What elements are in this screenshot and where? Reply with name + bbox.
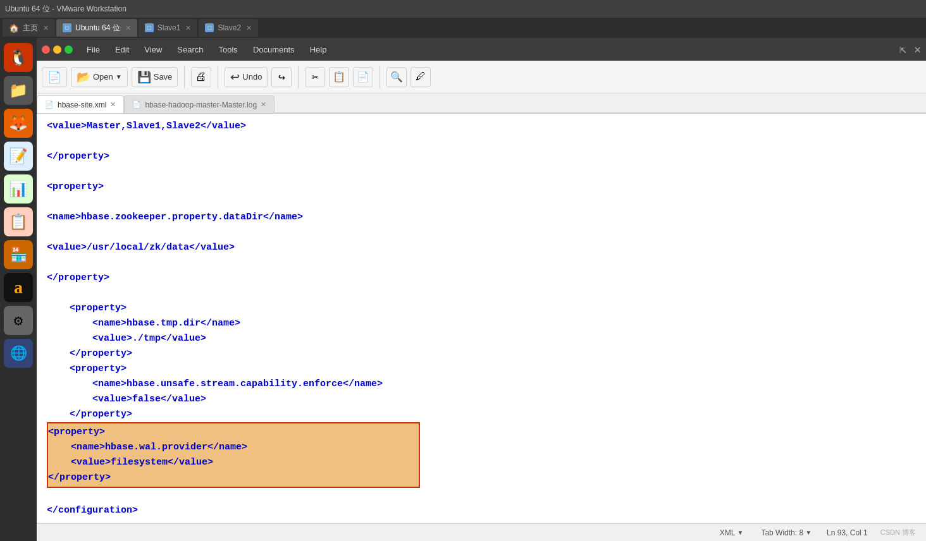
undo-button[interactable]: ↩ Undo	[225, 67, 268, 87]
save-icon: 💾	[137, 70, 151, 84]
vm-tab-ubuntu-close[interactable]: ✕	[125, 24, 131, 32]
code-line-hl-1: <property>	[48, 425, 419, 440]
code-line-11: </property>	[47, 271, 916, 286]
close-button[interactable]	[42, 46, 50, 54]
gedit-menubar: File Edit View Search Tools Documents He…	[37, 38, 926, 61]
search-button[interactable]: 🔍	[386, 67, 407, 87]
highlight-icon: 🖊	[416, 71, 426, 83]
code-line-14: <name>hbase.tmp.dir</name>	[47, 316, 916, 331]
close-icon[interactable]: ✕	[914, 42, 921, 56]
copy-icon: 📋	[333, 71, 345, 83]
tabwidth-label: Tab Width: 8	[761, 528, 803, 537]
position-indicator: Ln 93, Col 1	[827, 528, 868, 537]
file-tab-hbase-site-close[interactable]: ✕	[110, 100, 116, 109]
file-tab-hbase-site[interactable]: 📄 hbase-site.xml ✕	[37, 95, 124, 113]
csdn-watermark: CSDN 博客	[880, 528, 916, 537]
menu-edit[interactable]: Edit	[109, 42, 135, 57]
vm-tab-slave1-close[interactable]: ✕	[185, 24, 191, 32]
menu-file[interactable]: File	[80, 42, 106, 57]
toolbar-separator-1	[184, 66, 185, 88]
cut-button[interactable]: ✂	[305, 67, 325, 87]
sidebar-icon-firefox[interactable]: 🦊	[4, 109, 33, 138]
vm-tab-ubuntu-icon: □	[63, 23, 71, 32]
open-icon: 📂	[77, 70, 90, 84]
undo-label: Undo	[242, 72, 262, 82]
tabwidth-arrow: ▼	[805, 529, 812, 536]
vm-tabs-bar: 🏠 主页 ✕ □ Ubuntu 64 位 ✕ □ Slave1 ✕ □ Slav…	[0, 18, 926, 38]
sidebar-icon-amazon[interactable]: a	[4, 273, 33, 302]
code-line-9: <value>/usr/local/zk/data</value>	[47, 240, 916, 255]
save-label: Save	[154, 72, 173, 82]
vm-tab-slave2[interactable]: □ Slave2 ✕	[199, 19, 258, 37]
redo-button[interactable]: ↪	[271, 67, 292, 87]
save-button[interactable]: 💾 Save	[132, 67, 178, 87]
file-tab-hbase-site-icon: 📄	[45, 100, 54, 109]
sidebar: 🐧 📁 🦊 📝 📊 📋 🏪 a ⚙	[0, 38, 37, 541]
code-line-hl-4: </property>	[48, 470, 419, 485]
vm-tab-slave2-label: Slave2	[218, 23, 241, 32]
sidebar-icon-network[interactable]: 🌐	[4, 339, 33, 368]
code-line-19: <value>false</value>	[47, 392, 916, 407]
menu-documents[interactable]: Documents	[247, 42, 301, 57]
traffic-lights	[42, 46, 73, 54]
vm-tab-ubuntu-label: Ubuntu 64 位	[75, 23, 120, 33]
title-text: Ubuntu 64 位 - VMware Workstation	[5, 4, 127, 15]
vm-tab-home-close[interactable]: ✕	[43, 24, 49, 32]
code-line-hl-2: <name>hbase.wal.provider</name>	[48, 440, 419, 455]
cut-icon: ✂	[312, 70, 319, 84]
open-button[interactable]: 📂 Open ▼	[71, 67, 128, 87]
sidebar-icon-calc[interactable]: 📊	[4, 174, 33, 204]
language-selector[interactable]: XML ▼	[717, 527, 746, 539]
highlight-button[interactable]: 🖊	[411, 67, 431, 87]
toolbar-separator-4	[380, 66, 380, 88]
tabwidth-selector[interactable]: Tab Width: 8 ▼	[758, 527, 814, 539]
vm-tab-slave2-icon: □	[205, 23, 214, 32]
toolbar: 📄 📂 Open ▼ 💾 Save 🖨 ↩ Undo	[37, 61, 926, 94]
file-tab-hbase-site-label: hbase-site.xml	[58, 100, 106, 109]
language-label: XML	[720, 528, 736, 537]
vm-tab-home[interactable]: 🏠 主页 ✕	[3, 19, 55, 37]
menu-view[interactable]: View	[138, 42, 168, 57]
status-bar: XML ▼ Tab Width: 8 ▼ Ln 93, Col 1 CSDN 博…	[37, 523, 926, 541]
menu-help[interactable]: Help	[304, 42, 333, 57]
sidebar-icon-ubuntu[interactable]: 🐧	[4, 43, 33, 72]
redo-icon: ↪	[278, 70, 285, 84]
csdn-text: CSDN 博客	[880, 528, 916, 537]
code-line-1: <value>Master,Slave1,Slave2</value>	[47, 119, 916, 134]
file-tab-hbase-log-icon: 📄	[132, 100, 141, 109]
code-editor[interactable]: <value>Master,Slave1,Slave2</value> </pr…	[37, 114, 926, 523]
resize-icon[interactable]: ⇱	[899, 42, 906, 56]
menu-tools[interactable]: Tools	[213, 42, 244, 57]
file-tab-hbase-log-close[interactable]: ✕	[261, 100, 266, 109]
sidebar-icon-writer[interactable]: 📝	[4, 142, 33, 171]
gedit-area: File Edit View Search Tools Documents He…	[37, 38, 926, 541]
toolbar-separator-3	[298, 66, 299, 88]
file-tab-hbase-log-label: hbase-hadoop-master-Master.log	[145, 100, 257, 109]
copy-button[interactable]: 📋	[329, 67, 349, 87]
new-icon: 📄	[47, 70, 61, 84]
paste-button[interactable]: 📄	[353, 67, 373, 87]
file-tab-hbase-log[interactable]: 📄 hbase-hadoop-master-Master.log ✕	[124, 95, 275, 113]
vm-tab-ubuntu[interactable]: □ Ubuntu 64 位 ✕	[56, 19, 137, 37]
code-line-20: </property>	[47, 407, 916, 422]
sidebar-icon-settings[interactable]: ⚙	[4, 306, 33, 335]
code-line-empty-last	[47, 488, 916, 503]
menu-search[interactable]: Search	[171, 42, 209, 57]
minimize-button[interactable]	[53, 46, 61, 54]
vm-tab-slave1-label: Slave1	[157, 23, 181, 32]
vm-tab-slave2-close[interactable]: ✕	[246, 24, 252, 32]
sidebar-icon-store[interactable]: 🏪	[4, 240, 33, 269]
maximize-button[interactable]	[65, 46, 73, 54]
sidebar-icon-impress[interactable]: 📋	[4, 207, 33, 236]
code-line-2	[47, 134, 916, 149]
code-line-16: </property>	[47, 346, 916, 362]
vm-tab-slave1[interactable]: □ Slave1 ✕	[139, 19, 198, 37]
new-button[interactable]: 📄	[42, 67, 67, 87]
print-button[interactable]: 🖨	[191, 67, 211, 87]
position-label: Ln 93, Col 1	[827, 528, 868, 537]
sidebar-icon-files[interactable]: 📁	[4, 76, 33, 105]
title-bar: Ubuntu 64 位 - VMware Workstation	[0, 0, 926, 18]
print-icon: 🖨	[195, 70, 207, 83]
undo-icon: ↩	[230, 70, 240, 84]
open-arrow: ▼	[116, 73, 122, 80]
